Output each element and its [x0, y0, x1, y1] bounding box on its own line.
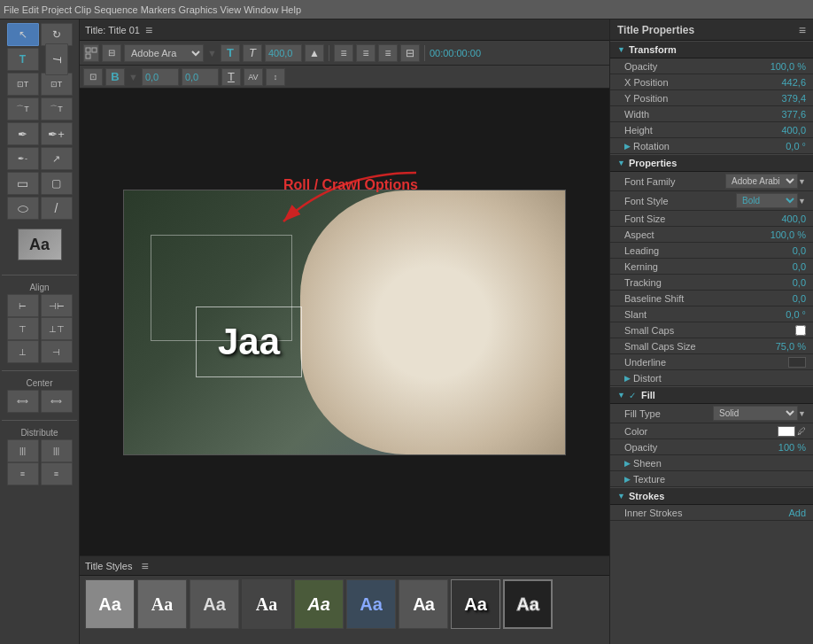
del-anchor-btn[interactable]: ✒-	[7, 147, 39, 170]
dist-right-btn[interactable]: |||	[41, 439, 73, 462]
color-swatch[interactable]	[778, 426, 795, 437]
dist-left-btn[interactable]: |||	[7, 439, 39, 462]
font-size-value[interactable]: 400,0	[781, 213, 806, 224]
color-picker-btn[interactable]: 🖊	[797, 426, 806, 436]
font-family-arrow[interactable]: ▼	[798, 177, 806, 186]
style-swatch-1[interactable]: Aa	[137, 579, 187, 629]
font-size-input[interactable]: 400,0	[265, 44, 302, 62]
bold2-btn[interactable]: B	[105, 68, 125, 86]
font-family-select[interactable]: Adobe Ara Arial	[124, 44, 204, 62]
texture-arrow[interactable]: ▶	[624, 475, 631, 484]
font-style-dropdown[interactable]: Bold Regular Italic	[736, 193, 798, 208]
style-swatch-0[interactable]: Aa	[85, 579, 135, 629]
kerning-value[interactable]: 0,0	[793, 261, 806, 272]
fill-type-arrow[interactable]: ▼	[798, 409, 806, 418]
align-left-btn[interactable]: ⊢	[7, 294, 39, 317]
style-swatch-4[interactable]: Aa	[294, 579, 344, 629]
rotation-arrow[interactable]: ▶	[624, 142, 631, 151]
bold-btn[interactable]: T	[221, 44, 240, 62]
vert-area-btn[interactable]: ⊡T	[41, 73, 73, 96]
select-tool-btn[interactable]: ↖	[7, 23, 39, 46]
justify-text-btn[interactable]: ⊟	[400, 44, 420, 62]
style-swatch-3[interactable]: Aa	[242, 579, 291, 629]
aspect-value[interactable]: 100,0 %	[770, 229, 806, 240]
ypos-value[interactable]: 379,4	[781, 93, 806, 104]
area-text-btn[interactable]: ⊡T	[7, 73, 39, 96]
dist-bottom-btn[interactable]: ≡	[41, 462, 73, 485]
xpos-value[interactable]: 442,6	[781, 77, 806, 88]
rect-tool-btn[interactable]: ▭	[7, 172, 39, 195]
kern-btn[interactable]: AV	[244, 68, 263, 86]
slant-value[interactable]: 0,0 °	[786, 309, 806, 320]
underline2-btn[interactable]: T	[221, 68, 241, 86]
distort-label: Distort	[633, 373, 806, 384]
style-swatch-2[interactable]: Aa	[190, 579, 239, 629]
vert-path-btn[interactable]: ⌒T	[41, 97, 73, 120]
rotation-value[interactable]: 0,0 °	[786, 141, 806, 151]
height-value[interactable]: 400,0	[781, 125, 806, 136]
style-swatch-8[interactable]: Aa	[503, 579, 553, 629]
vert-text-btn[interactable]: T	[45, 43, 68, 75]
font-size-up-btn[interactable]: ▲	[305, 44, 324, 62]
fill-section-header[interactable]: ▼ ✓ Fill	[610, 386, 813, 404]
panel-menu-btn[interactable]: ≡	[799, 23, 806, 37]
strokes-section-header[interactable]: ▼ Strokes	[610, 487, 813, 505]
opacity-value[interactable]: 100,0 %	[770, 61, 806, 72]
fill-type-dropdown[interactable]: Solid Linear Gradient Radial Gradient	[713, 406, 798, 421]
y-offset-input[interactable]: 0,0	[142, 68, 179, 86]
align-right-btn[interactable]: ⊣	[41, 340, 73, 363]
style-swatch-5[interactable]: Aa	[346, 579, 396, 629]
small-caps-checkbox[interactable]	[795, 325, 806, 336]
align-center-v-btn[interactable]: ⊥⊤	[41, 317, 73, 340]
line-tool-btn[interactable]: /	[41, 197, 73, 220]
pen-tool-btn[interactable]: ✒	[7, 122, 39, 145]
underline-color-box[interactable]	[788, 357, 806, 368]
fill-arrow: ▼	[617, 391, 625, 400]
align-left-text-btn[interactable]: ≡	[334, 44, 353, 62]
tab-stops-btn[interactable]: ⊟	[102, 44, 121, 62]
path-text-btn[interactable]: ⌒T	[7, 97, 39, 120]
style-swatch-6[interactable]: Aa	[399, 579, 448, 629]
small-caps-size-value[interactable]: 75,0 %	[776, 341, 806, 352]
center-v-btn[interactable]: ⟺	[41, 390, 73, 413]
dist-top-btn[interactable]: ≡	[7, 462, 39, 485]
add-stroke-btn[interactable]: Add	[788, 508, 806, 518]
leading-value[interactable]: 0,0	[793, 245, 806, 256]
fill-opacity-value[interactable]: 100 %	[778, 442, 806, 453]
ellipse-tool-btn[interactable]: ⬭	[7, 197, 39, 220]
canvas-area[interactable]: Jaa	[80, 89, 609, 555]
italic-btn[interactable]: T	[243, 44, 262, 62]
lead-btn[interactable]: ↕	[266, 68, 285, 86]
font-family-dropdown[interactable]: Adobe Arabi Arial	[725, 174, 798, 189]
fill-check[interactable]: ✓	[629, 391, 636, 400]
distort-arrow[interactable]: ▶	[624, 374, 631, 383]
rounded-rect-btn[interactable]: ▢	[41, 172, 73, 195]
aa-style-btn[interactable]: Aa	[18, 229, 62, 260]
style-swatch-7[interactable]: Aa	[451, 579, 500, 629]
convert-anchor-btn[interactable]: ↗	[41, 147, 73, 170]
properties-section-header[interactable]: ▼ Properties	[610, 154, 813, 172]
baseline-shift-value[interactable]: 0,0	[793, 293, 806, 304]
font-style-arrow[interactable]: ▼	[798, 197, 806, 206]
center-h-btn[interactable]: ⟺	[7, 390, 39, 413]
transform-section-header[interactable]: ▼ Transform	[610, 41, 813, 58]
styles-menu-btn[interactable]: ≡	[141, 559, 148, 573]
tracking-value[interactable]: 0,0	[793, 277, 806, 288]
align-bottom-btn[interactable]: ⊥	[7, 340, 39, 363]
align-top-btn[interactable]: ⊤	[7, 317, 39, 340]
align-right-text-btn[interactable]: ≡	[378, 44, 398, 62]
add-anchor-btn[interactable]: ✒+	[41, 122, 73, 145]
rotation-row: ▶ Rotation 0,0 °	[610, 138, 813, 154]
align-center-h-btn[interactable]: ⊣⊢	[41, 294, 73, 317]
title-menu-btn[interactable]: ≡	[145, 23, 152, 37]
width-value[interactable]: 377,6	[781, 109, 806, 120]
crawl-options-btn[interactable]	[83, 44, 99, 62]
distribute-section: Distribute ||| ||| ≡ ≡	[2, 420, 77, 485]
align-center-text-btn[interactable]: ≡	[356, 44, 376, 62]
x-offset-input[interactable]: 0,0	[182, 68, 219, 86]
text-orient-btn[interactable]: ⊡	[83, 68, 103, 86]
properties-arrow: ▼	[617, 159, 625, 167]
text-tool-btn[interactable]: T	[7, 48, 39, 71]
sheen-arrow[interactable]: ▶	[624, 459, 631, 468]
opacity-label: Opacity	[624, 61, 770, 72]
